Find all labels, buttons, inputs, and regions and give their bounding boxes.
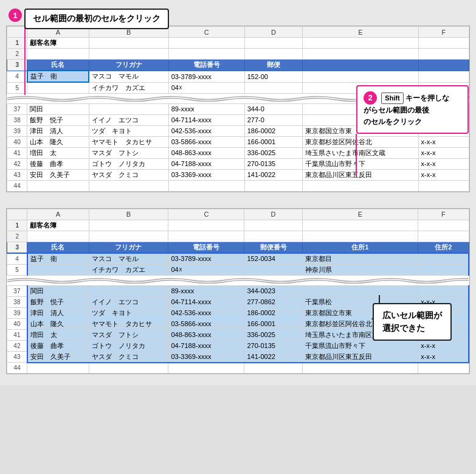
col-header-e[interactable]: E <box>302 209 418 220</box>
header-cell: 電話番号 <box>168 242 244 253</box>
cell: 東京都品川区東五反田 <box>303 169 419 180</box>
cell: 152-0034 <box>244 253 302 265</box>
cell: 飯野 悦子 <box>27 114 89 125</box>
col-header-c[interactable]: C <box>168 27 244 38</box>
cell <box>303 71 419 82</box>
cell: 04-7114-xxxx <box>168 114 244 125</box>
table-row: 42 後藤 曲孝 ゴトウ ノリタカ 04-7188-xxxx 270-0135 … <box>7 340 469 351</box>
header-row: 3 氏名 フリガナ 電話番号 郵便番号 住所1 住所2 <box>7 242 469 253</box>
table-row: 1 顧客名簿 <box>7 220 469 231</box>
cell: 安田 久美子 <box>27 351 89 363</box>
cell <box>168 220 244 231</box>
cell: 04-7188-xxxx <box>168 340 244 351</box>
cell: 千葉県流山市野々下 <box>303 158 419 169</box>
cell <box>27 231 89 242</box>
step2-arrow-v <box>356 134 357 176</box>
row-num: 3 <box>7 242 27 253</box>
row-num: 41 <box>7 147 27 158</box>
cell: マスダ フトシ <box>89 329 168 340</box>
cell <box>418 264 469 275</box>
row-num: 43 <box>7 169 27 180</box>
row-num: 2 <box>7 231 27 242</box>
col-header-a[interactable]: A <box>27 209 89 220</box>
table-row: 4 益子 衛 マスコ マモル 03-3789-xxxx 152-00 <box>7 71 469 82</box>
col-header-row: A B C D E F <box>7 209 469 220</box>
step1-arrow-v <box>24 22 26 95</box>
row-num: 41 <box>7 329 27 340</box>
table-row: 40 山本 隆久 ヤマモト タカヒサ 03-5866-xxxx 166-0001… <box>7 136 469 147</box>
cell: 03-3789-xxxx <box>168 253 244 265</box>
cell: 186-0002 <box>244 125 302 136</box>
cell <box>303 38 419 49</box>
table-row: 37 関田 89-xxxx 344-0023 <box>7 285 469 296</box>
col-header-f[interactable]: F <box>418 209 469 220</box>
cell: 048-863-xxxx <box>168 329 244 340</box>
cell: 89-xxxx <box>168 103 244 114</box>
cell: 344-0 <box>244 103 302 114</box>
cell: 270-0135 <box>244 340 302 351</box>
col-header-d[interactable]: D <box>244 209 302 220</box>
row-num: 5 <box>7 264 27 275</box>
cell: 山本 隆久 <box>27 318 89 329</box>
cell: ツダ キヨト <box>89 125 168 136</box>
cell: 増田 太 <box>27 147 89 158</box>
cell <box>89 363 168 374</box>
cell <box>168 180 244 191</box>
header-cell: 住所2 <box>418 242 469 253</box>
cell: イイノ エツコ <box>89 114 168 125</box>
col-header-c[interactable]: C <box>168 209 244 220</box>
shift-key-label: Shift キーを押しな <box>381 94 449 102</box>
cell <box>89 220 168 231</box>
cell <box>244 220 302 231</box>
cell: 042-536-xxxx <box>168 307 244 318</box>
col-header-f[interactable]: F <box>418 27 469 38</box>
result-callout: 広いセル範囲が選択できた <box>373 303 452 341</box>
table-row: 41 増田 太 マスダ フトシ 048-863-xxxx 336-0025 埼玉… <box>7 147 469 158</box>
cell: 03-3369-xxxx <box>168 169 244 180</box>
cell: 336-0025 <box>244 147 302 158</box>
cell <box>418 363 469 374</box>
cell: x-x-x <box>418 351 469 363</box>
row-num: 42 <box>7 158 27 169</box>
row-num: 38 <box>7 114 27 125</box>
title-cell: 顧客名簿 <box>27 38 89 49</box>
table-row: 44 <box>7 180 469 191</box>
col-header-b[interactable]: B <box>89 209 168 220</box>
col-header-e[interactable]: E <box>303 27 419 38</box>
cell: 270-0135 <box>244 158 302 169</box>
shift-key: Shift <box>381 92 403 105</box>
header-cell-addr2 <box>418 60 469 71</box>
cell: ゴトウ ノリタカ <box>89 340 168 351</box>
cell: 141-0022 <box>244 169 302 180</box>
step1-callout: 1 セル範囲の最初のセルをクリック <box>7 7 169 29</box>
cell <box>89 38 168 49</box>
cell: 03-3789-xxxx <box>168 71 244 82</box>
cell-a4[interactable]: 益子 衛 <box>27 71 89 82</box>
cell <box>418 231 469 242</box>
cell <box>89 231 168 242</box>
cell: 東京都品川区東五反田 <box>302 351 418 363</box>
col-header-d[interactable]: D <box>244 27 302 38</box>
cell: 後藤 曲孝 <box>27 340 89 351</box>
corner-cell <box>7 209 27 220</box>
cell: ヤスダ クミコ <box>89 351 168 363</box>
title-cell: 顧客名簿 <box>27 220 89 231</box>
cell: 飯野 悦子 <box>27 296 89 307</box>
table-row: 4 益子 衛 マスコ マモル 03-3789-xxxx 152-0034 東京都… <box>7 253 469 265</box>
cell: マスコ マモル <box>89 253 168 265</box>
header-cell-phone: 電話番号 <box>168 60 244 71</box>
cell <box>244 82 302 93</box>
header-row: 3 氏名 フリガナ 電話番号 郵便 <box>7 60 469 71</box>
cell <box>27 264 89 275</box>
row-num: 39 <box>7 125 27 136</box>
table-row: 1 顧客名簿 <box>7 38 469 49</box>
row-num: 42 <box>7 340 27 351</box>
table-row: 2 <box>7 231 469 242</box>
cell <box>89 103 168 114</box>
cell <box>244 38 302 49</box>
header-cell-postal: 郵便 <box>244 60 302 71</box>
cell: 04☓ <box>168 82 244 93</box>
cell: x-x-x <box>418 147 469 158</box>
table-row: 2 <box>7 49 469 60</box>
cell: 04-7188-xxxx <box>168 158 244 169</box>
